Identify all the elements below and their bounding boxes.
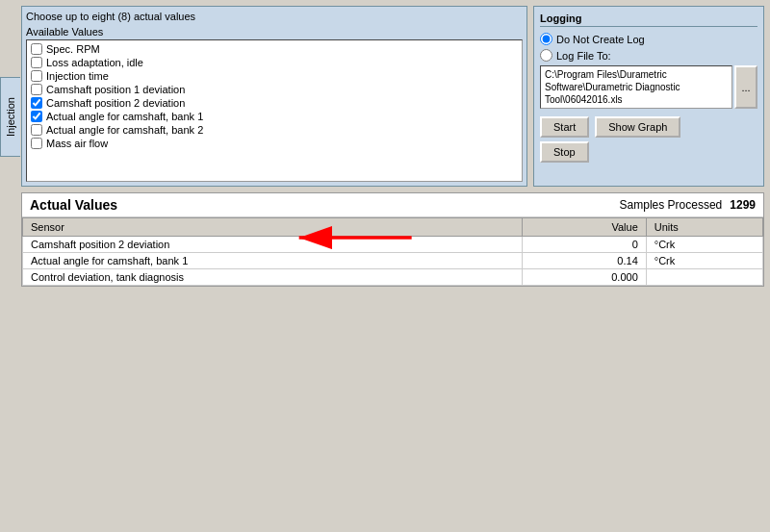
stop-button[interactable]: Stop [540, 141, 589, 163]
cell-units: °Crk [646, 253, 762, 269]
available-values-label: Available Values [26, 26, 523, 38]
checkbox-actual-angle-bank1[interactable] [31, 111, 42, 122]
checkbox-item-spec-rpm[interactable]: Spec. RPM [27, 42, 522, 56]
no-log-label: Do Not Create Log [556, 34, 645, 45]
col-header-sensor: Sensor [23, 218, 523, 237]
show-graph-button[interactable]: Show Graph [595, 116, 680, 138]
checkbox-label-injection-time: Injection time [46, 70, 109, 82]
logging-title: Logging [540, 13, 757, 27]
checkbox-item-camshaft-pos-2[interactable]: Camshaft position 2 deviation [27, 96, 522, 110]
no-log-radio-item[interactable]: Do Not Create Log [540, 33, 757, 45]
checkbox-item-loss-adaptation[interactable]: Loss adaptation, idle [27, 56, 522, 69]
no-log-radio[interactable] [540, 33, 552, 45]
checkbox-label-spec-rpm: Spec. RPM [46, 43, 100, 55]
checkbox-label-camshaft-pos-1: Camshaft position 1 deviation [46, 84, 185, 95]
cell-sensor: Actual angle for camshaft, bank 1 [23, 253, 523, 269]
checkbox-mass-air-flow[interactable] [31, 138, 42, 149]
log-file-radio-item[interactable]: Log File To: [540, 49, 757, 62]
start-button[interactable]: Start [540, 116, 589, 138]
table-row: Control deviation, tank diagnosis0.000 [23, 269, 763, 286]
checkbox-item-mass-air-flow[interactable]: Mass air flow [27, 137, 522, 150]
checkbox-injection-time[interactable] [31, 70, 42, 82]
cell-value: 0 [523, 237, 646, 253]
log-file-label: Log File To: [556, 50, 611, 62]
file-path-box[interactable]: C:\Program Files\Durametric Software\Dur… [540, 65, 732, 109]
samples-value: 1299 [730, 198, 756, 212]
stop-row: Stop [540, 141, 757, 163]
browse-button[interactable]: ... [734, 65, 757, 109]
checkbox-loss-adaptation[interactable] [31, 57, 42, 68]
checkbox-label-actual-angle-bank2: Actual angle for camshaft, bank 2 [46, 124, 203, 136]
file-path-row: C:\Program Files\Durametric Software\Dur… [540, 65, 757, 109]
checkbox-actual-angle-bank2[interactable] [31, 124, 42, 136]
checkbox-item-injection-time[interactable]: Injection time [27, 69, 522, 83]
values-listbox: Spec. RPMLoss adaptation, idleInjection … [26, 39, 523, 182]
samples-label: Samples Processed [620, 198, 723, 212]
side-tab-label: Injection [5, 97, 16, 137]
bottom-header: Actual Values Samples Processed 1299 [22, 193, 763, 217]
col-header-value: Value [523, 218, 646, 237]
checkbox-camshaft-pos-2[interactable] [31, 97, 42, 109]
checkbox-spec-rpm[interactable] [31, 43, 42, 55]
cell-sensor: Control deviation, tank diagnosis [23, 269, 523, 286]
actual-values-title: Actual Values [30, 197, 117, 213]
start-showgraph-row: Start Show Graph [540, 116, 757, 138]
col-header-units: Units [646, 218, 762, 237]
log-file-radio[interactable] [540, 49, 552, 62]
cell-value: 0.14 [523, 253, 646, 269]
checkbox-label-camshaft-pos-2: Camshaft position 2 deviation [46, 97, 185, 109]
left-panel: Choose up to eight (8) actual values Ava… [21, 6, 527, 187]
checkbox-label-actual-angle-bank1: Actual angle for camshaft, bank 1 [46, 111, 203, 122]
right-panel: Logging Do Not Create Log Log File To: C… [533, 6, 764, 187]
checkbox-camshaft-pos-1[interactable] [31, 84, 42, 95]
samples-section: Samples Processed 1299 [620, 198, 756, 212]
checkbox-label-mass-air-flow: Mass air flow [46, 138, 108, 149]
checkbox-item-camshaft-pos-1[interactable]: Camshaft position 1 deviation [27, 83, 522, 96]
side-tab[interactable]: Injection [0, 77, 20, 157]
checkbox-label-loss-adaptation: Loss adaptation, idle [46, 57, 143, 68]
cell-units [646, 269, 762, 286]
cell-units: °Crk [646, 237, 762, 253]
table-row: Actual angle for camshaft, bank 10.14°Cr… [23, 253, 763, 269]
red-arrow-annotation [291, 221, 416, 255]
checkbox-item-actual-angle-bank2[interactable]: Actual angle for camshaft, bank 2 [27, 123, 522, 137]
panel-title: Choose up to eight (8) actual values [26, 11, 523, 22]
cell-sensor: Camshaft position 2 deviation [23, 237, 523, 253]
cell-value: 0.000 [523, 269, 646, 286]
checkbox-item-actual-angle-bank1[interactable]: Actual angle for camshaft, bank 1 [27, 110, 522, 123]
